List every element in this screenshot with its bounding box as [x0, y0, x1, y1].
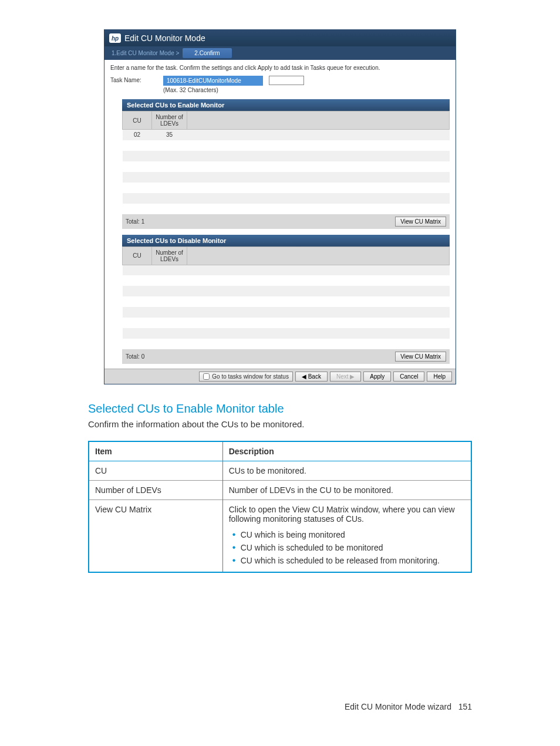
tasks-window-checkbox-text: Go to tasks window for status [212, 373, 289, 380]
disable-col-num: Number of LDEVs [152, 247, 187, 265]
disable-col-cu: CU [123, 247, 152, 265]
footer-text: Edit CU Monitor Mode wizard [345, 702, 451, 711]
doc-row-0-item: CU [89, 461, 222, 481]
back-button[interactable]: ◀ Back [295, 372, 328, 382]
dialog-footer: Go to tasks window for status ◀ Back Nex… [104, 369, 456, 384]
tasks-window-checkbox[interactable] [203, 373, 210, 380]
doc-row-2-desc: Click to open the View CU Matrix window,… [222, 500, 471, 573]
list-item: CU which is being monitored [232, 528, 465, 541]
disable-section-header: Selected CUs to Disable Monitor [122, 235, 450, 247]
enable-footer: Total: 1 View CU Matrix [122, 214, 450, 229]
doc-th-desc: Description [222, 441, 471, 461]
task-name-input[interactable] [163, 76, 263, 86]
disable-total: Total: 0 [126, 353, 144, 360]
page-footer: Edit CU Monitor Mode wizard 151 [88, 702, 472, 711]
page-number: 151 [458, 702, 472, 711]
task-name-hint: (Max. 32 Characters) [163, 87, 263, 93]
edit-cu-dialog: hp Edit CU Monitor Mode 1.Edit CU Monito… [104, 29, 456, 384]
table-row[interactable]: 02 35 [123, 130, 450, 140]
enable-total: Total: 1 [126, 218, 144, 225]
view-cu-matrix-disable-button[interactable]: View CU Matrix [395, 352, 446, 362]
list-item: CU which is scheduled to be released fro… [232, 554, 465, 567]
table-row: View CU Matrix Click to open the View CU… [89, 500, 471, 573]
doc-bullet-list: CU which is being monitored CU which is … [229, 524, 465, 567]
dialog-title-text: Edit CU Monitor Mode [124, 33, 205, 43]
wizard-step-prev[interactable]: 1.Edit CU Monitor Mode > [108, 49, 183, 58]
doc-row-1-item: Number of LDEVs [89, 481, 222, 500]
enable-row-0-cu: 02 [123, 130, 152, 140]
tasks-window-checkbox-label[interactable]: Go to tasks window for status [199, 372, 293, 382]
next-button: Next ▶ [330, 372, 361, 382]
doc-text: Confirm the information about the CUs to… [88, 419, 472, 429]
help-button[interactable]: Help [427, 372, 452, 382]
table-row: CU CUs to be monitored. [89, 461, 471, 481]
doc-heading: Selected CUs to Enable Monitor table [88, 402, 472, 416]
view-cu-matrix-enable-button[interactable]: View CU Matrix [395, 217, 446, 227]
doc-table: Item Description CU CUs to be monitored.… [88, 441, 472, 573]
task-name-extra-box [269, 76, 304, 85]
disable-table: CU Number of LDEVs [122, 247, 450, 350]
dialog-body: Enter a name for the task. Confirm the s… [104, 60, 456, 369]
doc-th-item: Item [89, 441, 222, 461]
doc-row-0-desc: CUs to be monitored. [222, 461, 471, 481]
enable-col-cu: CU [123, 112, 152, 130]
dialog-titlebar: hp Edit CU Monitor Mode [104, 30, 456, 46]
wizard-step-current: 2.Confirm [183, 48, 231, 58]
hp-logo-icon: hp [109, 33, 121, 43]
apply-button[interactable]: Apply [363, 372, 391, 382]
enable-col-num: Number of LDEVs [152, 112, 187, 130]
disable-footer: Total: 0 View CU Matrix [122, 349, 450, 364]
task-name-row: Task Name: (Max. 32 Characters) [110, 76, 450, 93]
list-item: CU which is scheduled to be monitored [232, 541, 465, 554]
wizard-steps: 1.Edit CU Monitor Mode > 2.Confirm [104, 46, 456, 60]
doc-row-1-desc: Number of LDEVs in the CU to be monitore… [222, 481, 471, 500]
enable-row-0-num: 35 [152, 130, 187, 140]
doc-row-2-item: View CU Matrix [89, 500, 222, 573]
instruction-text: Enter a name for the task. Confirm the s… [110, 65, 450, 71]
enable-table: CU Number of LDEVs 02 35 [122, 111, 450, 214]
enable-section-header: Selected CUs to Enable Monitor [122, 99, 450, 111]
table-row: Number of LDEVs Number of LDEVs in the C… [89, 481, 471, 500]
cancel-button[interactable]: Cancel [393, 372, 424, 382]
task-name-label: Task Name: [110, 76, 157, 83]
